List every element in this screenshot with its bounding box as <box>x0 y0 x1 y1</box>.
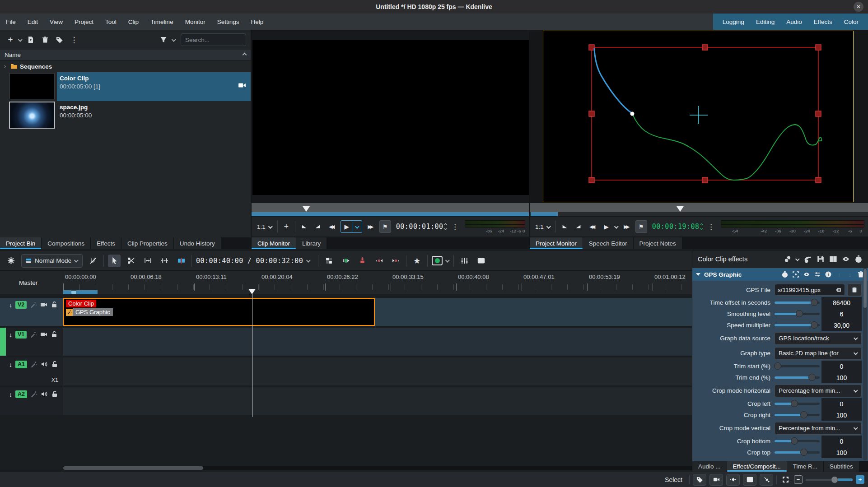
tab-undo-history[interactable]: Undo History <box>174 237 221 249</box>
workspace-color[interactable]: Color <box>838 14 864 30</box>
project-monitor-zoom-select[interactable]: 1:1 <box>533 223 552 230</box>
track-body-V1[interactable] <box>63 328 692 356</box>
timeline-clip-color-clip[interactable]: Color ClipGPS Graphic <box>63 298 375 326</box>
menu-monitor[interactable]: Monitor <box>179 14 211 30</box>
param-value[interactable]: 6 <box>821 308 862 320</box>
effect-stopwatch-icon[interactable] <box>781 271 789 278</box>
effect-presets-icon[interactable] <box>814 271 821 278</box>
slider-knob[interactable] <box>774 362 781 370</box>
param-dropdown[interactable]: Basic 2D map line (for <box>775 347 862 360</box>
create-folder-icon[interactable] <box>25 34 37 46</box>
audio-mixer-icon[interactable] <box>458 255 471 267</box>
track-head-V2[interactable]: ↓V2 <box>0 298 63 326</box>
ripple-tool-button[interactable] <box>158 255 171 267</box>
project-monitor-timecode[interactable]: 00:00:19:08 <box>652 223 700 231</box>
param-dropdown[interactable]: GPS location/track <box>775 332 862 345</box>
bin-item-folder[interactable]: ›Sequences <box>0 60 251 72</box>
track-collapse-icon[interactable]: ↓ <box>9 361 12 369</box>
timeline-playhead-marker[interactable] <box>248 289 256 294</box>
track-badge-V2[interactable]: V2 <box>15 301 27 309</box>
bin-column-header[interactable]: Name <box>0 50 251 60</box>
menu-view[interactable]: View <box>44 14 69 30</box>
track-effects-wand-icon[interactable] <box>30 390 37 398</box>
timeline-timecode-group[interactable]: 00:00:40:00 / 00:00:32:00 <box>196 257 310 265</box>
transform-bounding-box[interactable] <box>592 47 818 180</box>
transform-handles[interactable] <box>589 45 821 183</box>
forward-button[interactable]: ▶▶ <box>621 221 632 232</box>
clip-info[interactable]: Color Clip00:00:05:00 [1] <box>57 72 251 101</box>
link-effects-icon[interactable] <box>784 255 792 263</box>
mix-clips-icon[interactable] <box>322 255 335 267</box>
param-slider[interactable] <box>775 313 820 315</box>
timeline-zoom-in-button[interactable]: + <box>856 475 864 484</box>
overwrite-zone-icon[interactable] <box>356 255 369 267</box>
tab-clip-properties[interactable]: Clip Properties <box>121 237 174 249</box>
track-effects-wand-icon[interactable] <box>30 301 37 308</box>
show-effects-eye-icon[interactable] <box>842 255 850 263</box>
param-value[interactable]: 100 <box>821 372 862 383</box>
project-monitor-seek-ruler[interactable] <box>530 203 868 212</box>
project-monitor-menu-icon[interactable]: ⋮ <box>706 221 717 232</box>
move-effect-up-icon[interactable]: ↑ <box>835 271 843 278</box>
edit-mode-select[interactable]: Normal Mode <box>21 254 83 268</box>
record-track-group[interactable] <box>432 256 449 265</box>
zone-out-icon[interactable] <box>313 221 323 232</box>
track-lock-icon[interactable] <box>51 361 58 368</box>
timeline-master-button[interactable]: Master <box>0 271 63 294</box>
tag-icon[interactable] <box>54 34 65 46</box>
track-video-camera-icon[interactable] <box>40 331 47 338</box>
fit-zoom-icon[interactable] <box>780 474 791 485</box>
tab-project-bin[interactable]: Project Bin <box>0 237 42 249</box>
workspace-editing[interactable]: Editing <box>750 14 780 30</box>
slider-knob[interactable] <box>811 321 818 329</box>
marker-flag-button[interactable]: ⚑ <box>635 220 647 233</box>
lift-zone-icon[interactable] <box>389 255 402 267</box>
track-body-V2[interactable]: Color ClipGPS Graphic <box>63 298 692 326</box>
extract-zone-icon[interactable] <box>373 255 385 267</box>
menu-tool[interactable]: Tool <box>99 14 122 30</box>
play-button[interactable]: ▶ <box>601 221 612 232</box>
param-slider[interactable] <box>775 324 820 326</box>
param-slider[interactable] <box>775 440 820 442</box>
param-slider[interactable] <box>775 451 820 454</box>
selection-tool-button[interactable] <box>108 255 121 267</box>
slider-knob[interactable] <box>800 449 807 456</box>
compare-split-icon[interactable] <box>829 255 837 263</box>
clip-info[interactable]: space.jpg00:00:05:00 <box>57 101 251 130</box>
bin-item-clip[interactable]: Color Clip00:00:05:00 [1] <box>0 72 251 101</box>
add-guide-button[interactable]: + <box>281 221 292 232</box>
clip-monitor-zone-bar[interactable] <box>252 212 529 216</box>
param-value[interactable]: 30,00 <box>821 320 862 331</box>
timeline-ruler[interactable]: 00:00:00:0000:00:06:1800:00:13:1100:00:2… <box>63 271 692 294</box>
rewind-button[interactable]: ◀◀ <box>327 221 337 232</box>
tab-subtitles[interactable]: Subtitles <box>824 461 859 472</box>
rewind-button[interactable]: ◀◀ <box>587 221 598 232</box>
project-monitor-zone-bar[interactable] <box>530 212 868 216</box>
add-clip-chevron-icon[interactable] <box>18 37 23 42</box>
tab-project-notes[interactable]: Project Notes <box>634 237 682 249</box>
param-slider[interactable] <box>775 301 820 304</box>
zone-in-icon[interactable] <box>559 221 570 232</box>
track-badge-A1[interactable]: A1 <box>15 361 27 368</box>
play-button-group[interactable]: ▶ <box>341 220 362 233</box>
spacer-tool-button[interactable] <box>141 255 154 267</box>
track-head-A1[interactable]: ↓A1X1 <box>0 357 63 385</box>
clear-field-icon[interactable] <box>835 287 842 293</box>
filter-funnel-icon[interactable] <box>158 34 169 46</box>
track-effects-wand-icon[interactable] <box>30 361 37 368</box>
timecode-spinner[interactable] <box>444 224 447 230</box>
link-options-chevron-icon[interactable] <box>795 256 800 261</box>
param-dropdown[interactable]: Percentage from min... <box>775 422 862 435</box>
import-keyframes-icon[interactable] <box>804 255 812 263</box>
close-window-button[interactable]: ✕ <box>854 2 863 12</box>
tab-audio-[interactable]: Audio ... <box>692 461 727 472</box>
move-effect-down-icon[interactable]: ↓ <box>846 271 854 278</box>
timeline-horizontal-scrollbar[interactable] <box>63 466 692 470</box>
tab-library[interactable]: Library <box>296 237 327 249</box>
snap-toggle[interactable] <box>760 474 773 486</box>
effect-info-icon[interactable] <box>825 271 832 278</box>
timecode-spinner[interactable] <box>700 224 703 230</box>
add-clip-button[interactable]: + <box>5 34 16 46</box>
param-slider[interactable] <box>775 403 820 405</box>
clip-monitor-playhead[interactable] <box>303 206 310 212</box>
